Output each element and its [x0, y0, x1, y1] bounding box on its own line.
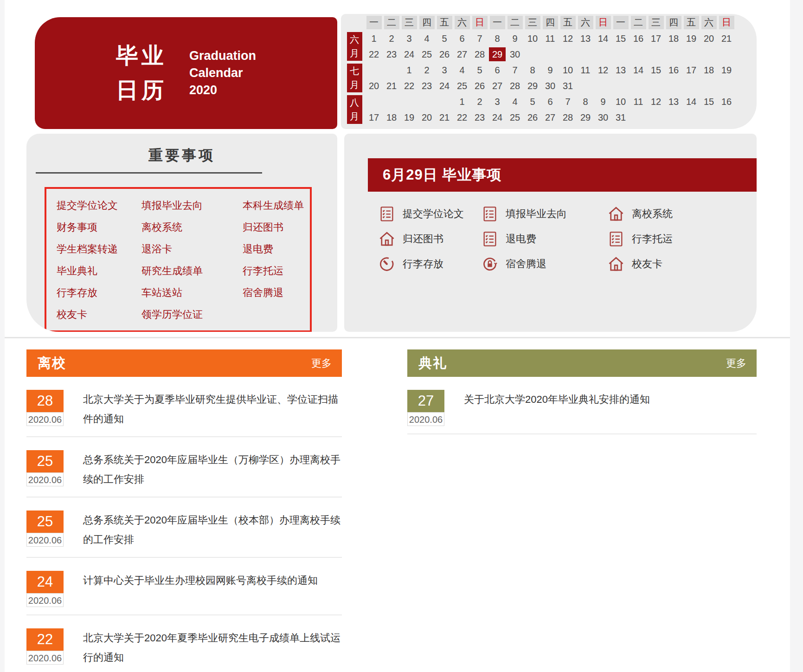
calendar-day[interactable]: 27	[488, 79, 506, 93]
calendar-day[interactable]: 23	[418, 79, 436, 93]
calendar-day[interactable]: 27	[453, 47, 471, 61]
important-link[interactable]: 校友卡	[57, 308, 141, 322]
calendar-day[interactable]: 1	[400, 63, 418, 77]
calendar-day[interactable]: 31	[612, 110, 630, 124]
important-link[interactable]: 离校系统	[141, 220, 243, 234]
calendar-day[interactable]: 2	[471, 95, 488, 109]
calendar-day[interactable]: 29	[577, 110, 594, 124]
important-link[interactable]: 本科生成绩单	[243, 199, 310, 213]
calendar-day[interactable]: 18	[383, 110, 400, 124]
calendar-day[interactable]: 3	[436, 63, 453, 77]
calendar-day[interactable]: 12	[594, 63, 612, 77]
calendar-day[interactable]: 10	[612, 95, 630, 109]
calendar-day[interactable]: 18	[665, 32, 682, 45]
important-link[interactable]: 财务事项	[57, 220, 141, 234]
day-event-item[interactable]: 离校系统	[607, 205, 757, 223]
calendar-day[interactable]: 1	[453, 95, 471, 109]
important-link[interactable]: 学生档案转递	[57, 242, 141, 256]
calendar-day[interactable]: 23	[471, 110, 488, 124]
calendar-day[interactable]: 11	[630, 95, 647, 109]
calendar-day[interactable]: 24	[488, 110, 506, 124]
calendar-day[interactable]: 24	[436, 79, 453, 93]
calendar-day[interactable]: 26	[524, 110, 541, 124]
calendar-day[interactable]: 17	[647, 32, 665, 45]
calendar-day[interactable]: 18	[700, 63, 718, 77]
calendar-day[interactable]: 30	[506, 47, 524, 61]
calendar-day[interactable]: 30	[594, 110, 612, 124]
news-title-link[interactable]: 关于北京大学2020年毕业典礼安排的通知	[464, 390, 650, 426]
calendar-day[interactable]: 25	[453, 79, 471, 93]
calendar-day[interactable]: 14	[630, 63, 647, 77]
calendar-day[interactable]: 8	[524, 63, 541, 77]
calendar-day[interactable]: 6	[541, 95, 559, 109]
calendar-day[interactable]: 17	[682, 63, 700, 77]
calendar-day[interactable]: 15	[647, 63, 665, 77]
calendar-day[interactable]: 27	[541, 110, 559, 124]
calendar-day[interactable]: 17	[365, 110, 383, 124]
calendar-day[interactable]: 19	[718, 63, 735, 77]
calendar-day[interactable]: 9	[541, 63, 559, 77]
calendar-day[interactable]: 24	[400, 47, 418, 61]
calendar-day[interactable]: 22	[365, 47, 383, 61]
calendar-day[interactable]: 20	[418, 110, 436, 124]
calendar-day[interactable]: 11	[541, 32, 559, 45]
calendar-day[interactable]: 5	[471, 63, 488, 77]
calendar-day[interactable]: 23	[383, 47, 400, 61]
calendar-day[interactable]: 21	[436, 110, 453, 124]
day-event-item[interactable]: 行李存放	[378, 255, 481, 273]
calendar-day[interactable]: 13	[577, 32, 594, 45]
calendar-day[interactable]: 21	[718, 32, 735, 45]
calendar-day[interactable]: 2	[383, 32, 400, 45]
calendar-day[interactable]: 25	[418, 47, 436, 61]
day-event-item[interactable]: 提交学位论文	[378, 205, 481, 223]
important-link[interactable]: 提交学位论文	[57, 199, 141, 213]
calendar-day[interactable]: 14	[682, 95, 700, 109]
calendar-day[interactable]: 11	[577, 63, 594, 77]
calendar-day[interactable]: 5	[436, 32, 453, 45]
calendar-day[interactable]: 3	[400, 32, 418, 45]
calendar-day[interactable]: 9	[506, 32, 524, 45]
calendar-day[interactable]: 30	[541, 79, 559, 93]
calendar-day[interactable]: 10	[559, 63, 577, 77]
calendar-day[interactable]: 2	[418, 63, 436, 77]
calendar-day[interactable]: 5	[524, 95, 541, 109]
calendar-day[interactable]: 14	[594, 32, 612, 45]
important-link[interactable]: 毕业典礼	[57, 264, 141, 278]
calendar-day[interactable]: 6	[453, 32, 471, 45]
calendar-day[interactable]: 4	[506, 95, 524, 109]
calendar-day[interactable]: 3	[488, 95, 506, 109]
calendar-day[interactable]: 20	[365, 79, 383, 93]
calendar-day[interactable]: 6	[488, 63, 506, 77]
important-link[interactable]: 行李托运	[243, 264, 310, 278]
calendar-day[interactable]: 13	[612, 63, 630, 77]
important-link[interactable]: 领学历学位证	[141, 308, 243, 322]
calendar-day[interactable]: 28	[559, 110, 577, 124]
important-link[interactable]: 车站送站	[141, 286, 243, 300]
calendar-day[interactable]: 4	[453, 63, 471, 77]
calendar-day[interactable]: 7	[559, 95, 577, 109]
news-title-link[interactable]: 总务系统关于2020年应届毕业生（校本部）办理离校手续的工作安排	[83, 510, 342, 549]
news-title-link[interactable]: 北京大学关于2020年夏季毕业研究生电子成绩单上线试运行的通知	[83, 628, 342, 667]
calendar-day[interactable]: 20	[700, 32, 718, 45]
important-link[interactable]: 填报毕业去向	[141, 199, 243, 213]
day-event-item[interactable]: 校友卡	[607, 255, 757, 273]
calendar-day[interactable]: 7	[506, 63, 524, 77]
calendar-day[interactable]: 4	[418, 32, 436, 45]
calendar-day[interactable]: 31	[559, 79, 577, 93]
important-link[interactable]: 退浴卡	[141, 242, 243, 256]
more-link[interactable]: 更多	[311, 356, 332, 370]
calendar-day-selected[interactable]: 29	[489, 47, 506, 61]
calendar-day[interactable]: 7	[471, 32, 488, 45]
day-event-item[interactable]: 退电费	[481, 230, 607, 248]
day-event-item[interactable]: 填报毕业去向	[481, 205, 607, 223]
calendar-day[interactable]: 12	[647, 95, 665, 109]
calendar-day[interactable]: 28	[471, 47, 488, 61]
news-title-link[interactable]: 计算中心关于毕业生办理校园网账号离校手续的通知	[83, 571, 318, 607]
more-link[interactable]: 更多	[726, 356, 746, 370]
calendar-day[interactable]: 15	[700, 95, 718, 109]
calendar-day[interactable]: 19	[682, 32, 700, 45]
news-title-link[interactable]: 总务系统关于2020年应届毕业生（万柳学区）办理离校手续的工作安排	[83, 450, 342, 489]
calendar-day[interactable]: 13	[665, 95, 682, 109]
day-event-item[interactable]: 行李托运	[607, 230, 757, 248]
calendar-day[interactable]: 8	[488, 32, 506, 45]
